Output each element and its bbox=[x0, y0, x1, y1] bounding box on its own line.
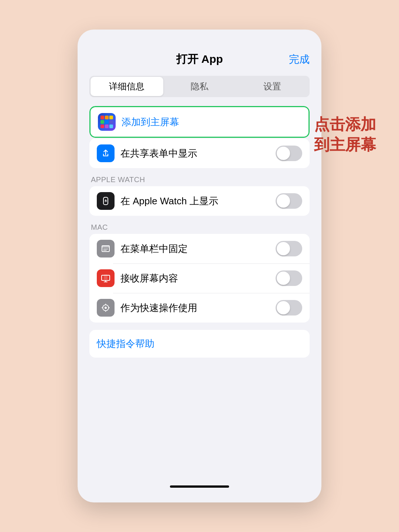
screen-mirror-toggle[interactable] bbox=[276, 270, 302, 286]
screen-mirror-row: 接收屏幕内容 bbox=[89, 263, 310, 293]
help-link-card[interactable]: 快捷指令帮助 bbox=[89, 330, 310, 358]
apple-watch-section-label: APPLE WATCH bbox=[89, 175, 310, 184]
add-home-card-group: 添加到主屏幕 bbox=[89, 106, 310, 138]
add-to-home-row[interactable]: 添加到主屏幕 bbox=[89, 106, 310, 138]
share-list-row: 在共享表单中显示 bbox=[89, 139, 310, 168]
help-link-text[interactable]: 快捷指令帮助 bbox=[97, 338, 154, 349]
share-card-group: 在共享表单中显示 bbox=[89, 139, 310, 168]
screen-mirror-label: 接收屏幕内容 bbox=[120, 272, 270, 285]
page-title: 打开 App bbox=[176, 52, 223, 67]
apple-watch-card-group: 在 Apple Watch 上显示 bbox=[89, 186, 310, 216]
share-list-label: 在共享表单中显示 bbox=[120, 147, 270, 160]
share-list-toggle[interactable] bbox=[276, 146, 302, 161]
mac-menu-icon bbox=[97, 240, 115, 258]
tab-settings[interactable]: 设置 bbox=[236, 77, 308, 96]
shortcuts-app-icon bbox=[98, 113, 116, 131]
mac-section-label: MAC bbox=[89, 223, 310, 232]
section-mac: MAC 在菜单栏中固定 bbox=[89, 223, 310, 323]
mac-card-group: 在菜单栏中固定 接收屏幕内容 bbox=[89, 234, 310, 323]
share-icon bbox=[97, 144, 115, 162]
quick-action-icon bbox=[97, 299, 115, 317]
screen-mirror-icon bbox=[97, 269, 115, 287]
tab-privacy[interactable]: 隐私 bbox=[163, 77, 236, 96]
apple-watch-row: 在 Apple Watch 上显示 bbox=[89, 186, 310, 216]
done-button[interactable]: 完成 bbox=[289, 52, 310, 66]
quick-action-row: 作为快速操作使用 bbox=[89, 293, 310, 323]
segment-control: 详细信息 隐私 设置 bbox=[89, 76, 310, 97]
quick-action-toggle[interactable] bbox=[276, 300, 302, 316]
svg-rect-11 bbox=[104, 274, 108, 280]
svg-point-15 bbox=[105, 307, 107, 309]
home-indicator bbox=[170, 485, 229, 488]
section-general: 添加到主屏幕 在共享表单中显示 bbox=[89, 106, 310, 168]
apple-watch-toggle[interactable] bbox=[276, 193, 302, 209]
tab-details[interactable]: 详细信息 bbox=[91, 77, 163, 96]
header: 打开 App 完成 bbox=[78, 52, 321, 76]
apple-watch-label: 在 Apple Watch 上显示 bbox=[120, 195, 270, 208]
svg-rect-7 bbox=[102, 246, 109, 248]
phone-card: 打开 App 完成 详细信息 隐私 设置 bbox=[78, 30, 321, 502]
menu-bar-toggle[interactable] bbox=[276, 241, 302, 256]
menu-bar-row: 在菜单栏中固定 bbox=[89, 234, 310, 263]
menu-bar-label: 在菜单栏中固定 bbox=[120, 242, 270, 255]
content-area: 添加到主屏幕 在共享表单中显示 bbox=[78, 106, 321, 474]
annotation-text: 点击添加到主屏幕 bbox=[314, 115, 388, 155]
section-apple-watch: APPLE WATCH 在 Apple Watch 上显示 bbox=[89, 175, 310, 216]
quick-action-label: 作为快速操作使用 bbox=[120, 301, 270, 314]
add-home-label: 添加到主屏幕 bbox=[122, 116, 301, 129]
watch-icon bbox=[97, 192, 115, 210]
